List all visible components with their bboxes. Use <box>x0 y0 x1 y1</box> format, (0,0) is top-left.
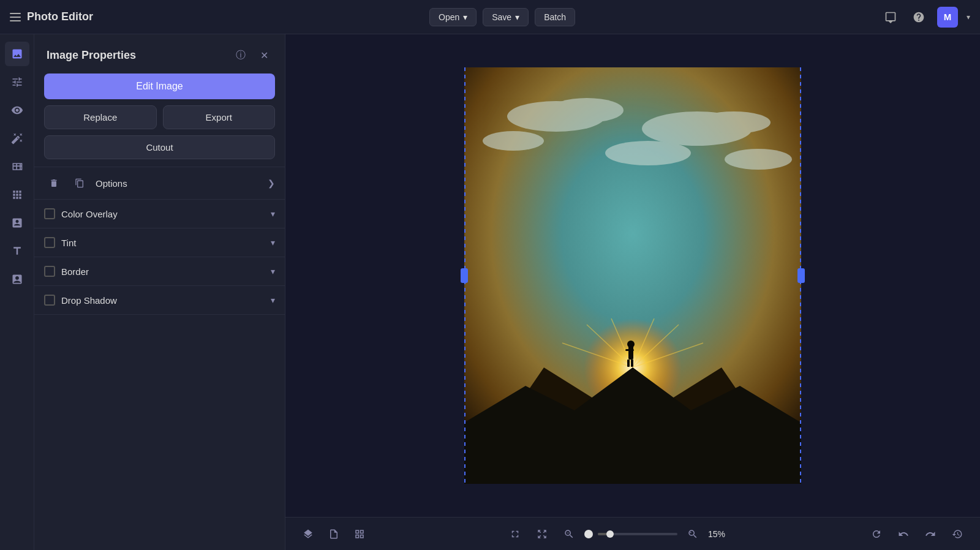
sidebar-item-templates[interactable] <box>5 267 29 292</box>
pages-icon[interactable] <box>323 524 344 544</box>
bottom-toolbar-center: 15% <box>375 524 861 544</box>
sidebar-item-components[interactable] <box>5 183 29 207</box>
help-icon[interactable] <box>909 7 929 27</box>
sidebar-item-view[interactable] <box>5 98 29 122</box>
sidebar-item-layout[interactable] <box>5 154 29 179</box>
drop-shadow-row[interactable]: Drop Shadow ▾ <box>34 286 285 315</box>
svg-rect-21 <box>631 360 633 367</box>
zoom-thumb[interactable] <box>606 530 614 538</box>
open-button[interactable]: Open ▾ <box>429 8 477 26</box>
layers-icon[interactable] <box>298 524 318 544</box>
border-chevron-icon[interactable]: ▾ <box>271 266 275 276</box>
panel-buttons: Edit Image Replace Export Cutout <box>34 73 285 167</box>
zoom-in-icon[interactable] <box>682 524 703 544</box>
svg-point-4 <box>697 111 771 134</box>
options-row: Options ❯ <box>34 167 285 200</box>
options-label: Options <box>96 178 262 189</box>
tint-label: Tint <box>61 238 265 248</box>
options-chevron-icon[interactable]: ❯ <box>268 178 275 188</box>
border-row[interactable]: Border ▾ <box>34 257 285 286</box>
tint-row[interactable]: Tint ▾ <box>34 228 285 257</box>
drop-shadow-chevron-icon[interactable]: ▾ <box>271 295 275 305</box>
avatar[interactable]: M <box>937 7 958 28</box>
canvas-area: 15% <box>285 34 980 550</box>
tint-checkbox[interactable] <box>44 237 55 248</box>
resize-handle-right[interactable] <box>797 268 805 283</box>
zoom-handle <box>584 530 593 538</box>
topbar: Photo Editor Open ▾ Save ▾ Batch M ▾ <box>0 0 980 34</box>
sidebar-item-layers[interactable] <box>5 211 29 235</box>
bottom-toolbar-right <box>866 524 968 544</box>
sidebar-item-image[interactable] <box>5 42 29 66</box>
edit-image-button[interactable]: Edit Image <box>44 73 275 99</box>
cutout-button[interactable]: Cutout <box>44 135 275 159</box>
menu-icon[interactable] <box>10 13 21 21</box>
color-overlay-label: Color Overlay <box>61 209 265 219</box>
bottom-toolbar: 15% <box>285 517 980 550</box>
close-icon[interactable]: ✕ <box>255 47 273 64</box>
canvas-frame <box>464 67 801 484</box>
duplicate-icon[interactable] <box>70 173 89 193</box>
delete-icon[interactable] <box>44 173 64 193</box>
grid-icon[interactable] <box>349 524 370 544</box>
svg-rect-17 <box>628 346 633 360</box>
refresh-icon[interactable] <box>866 524 887 544</box>
fit-screen-icon[interactable] <box>532 524 552 544</box>
topbar-right: M ▾ <box>860 7 970 28</box>
history-icon[interactable] <box>947 524 968 544</box>
info-icon[interactable]: ⓘ <box>232 47 249 64</box>
border-checkbox[interactable] <box>44 266 55 277</box>
svg-point-18 <box>627 341 635 348</box>
properties-panel: Image Properties ⓘ ✕ Edit Image Replace … <box>34 34 285 550</box>
chevron-down-icon: ▾ <box>515 12 519 22</box>
avatar-chevron-icon[interactable]: ▾ <box>967 13 970 21</box>
batch-button[interactable]: Batch <box>535 8 575 26</box>
panel-header: Image Properties ⓘ ✕ <box>34 34 285 73</box>
color-overlay-chevron-icon[interactable]: ▾ <box>271 209 275 219</box>
replace-export-row: Replace Export <box>44 105 275 129</box>
svg-point-5 <box>483 131 544 151</box>
left-sidebar <box>0 34 34 550</box>
color-overlay-checkbox[interactable] <box>44 208 55 219</box>
border-label: Border <box>61 266 265 277</box>
svg-point-7 <box>725 149 792 170</box>
export-button[interactable]: Export <box>163 105 276 129</box>
drop-shadow-label: Drop Shadow <box>61 295 265 306</box>
canvas-content <box>285 34 980 517</box>
panel-title: Image Properties <box>47 49 136 62</box>
redo-icon[interactable] <box>920 524 941 544</box>
sidebar-item-effects[interactable] <box>5 126 29 151</box>
fullscreen-icon[interactable] <box>505 524 526 544</box>
undo-icon[interactable] <box>893 524 914 544</box>
color-overlay-row[interactable]: Color Overlay ▾ <box>34 200 285 228</box>
drop-shadow-checkbox[interactable] <box>44 295 55 306</box>
sidebar-item-text[interactable] <box>5 239 29 263</box>
topbar-left: Photo Editor <box>10 10 145 23</box>
svg-point-6 <box>605 141 691 165</box>
effects-list: Color Overlay ▾ Tint ▾ Border ▾ Drop Sha… <box>34 200 285 315</box>
zoom-percent: 15% <box>708 529 731 539</box>
resize-handle-left[interactable] <box>461 268 468 283</box>
chevron-down-icon: ▾ <box>463 12 467 22</box>
zoom-track[interactable] <box>598 533 677 535</box>
app-title: Photo Editor <box>27 10 93 23</box>
main-area: Image Properties ⓘ ✕ Edit Image Replace … <box>0 34 980 550</box>
zoom-out-icon[interactable] <box>559 524 579 544</box>
replace-button[interactable]: Replace <box>44 105 157 129</box>
zoom-control: 15% <box>559 524 731 544</box>
svg-rect-20 <box>627 360 630 367</box>
svg-rect-19 <box>625 349 634 351</box>
tint-chevron-icon[interactable]: ▾ <box>271 238 275 247</box>
svg-point-2 <box>550 98 624 122</box>
sidebar-item-adjustments[interactable] <box>5 70 29 94</box>
comments-icon[interactable] <box>881 7 900 27</box>
panel-header-icons: ⓘ ✕ <box>232 47 273 64</box>
topbar-center: Open ▾ Save ▾ Batch <box>145 8 860 26</box>
canvas-image <box>464 67 801 484</box>
save-button[interactable]: Save ▾ <box>483 8 529 26</box>
bottom-toolbar-left <box>298 524 370 544</box>
